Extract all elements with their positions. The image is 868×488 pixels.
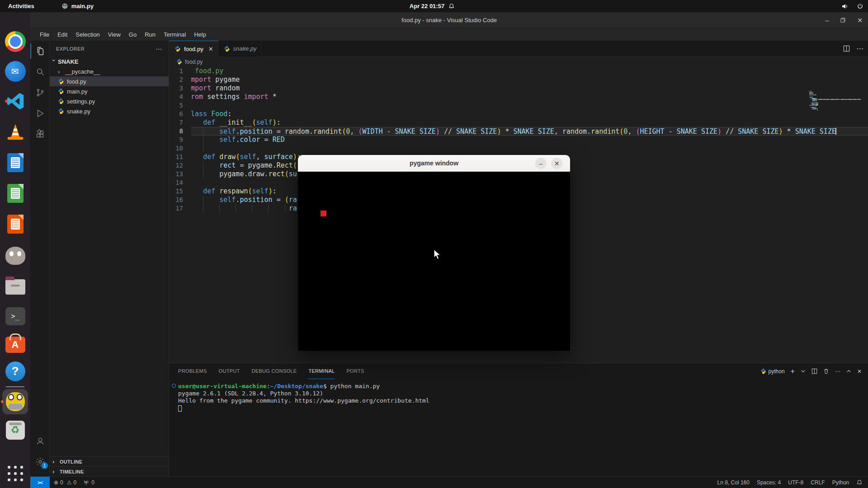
- timeline-section[interactable]: › TIMELINE: [50, 466, 169, 476]
- outline-section[interactable]: › OUTLINE: [50, 456, 169, 466]
- tab-snake.py[interactable]: snake.py: [218, 41, 262, 56]
- dock-help[interactable]: ?: [4, 360, 26, 382]
- close-panel-icon[interactable]: ✕: [857, 368, 862, 375]
- panel-tab-terminal[interactable]: TERMINAL: [308, 363, 335, 379]
- panel-tab-output[interactable]: OUTPUT: [219, 363, 240, 379]
- dock-libreoffice-calc[interactable]: [4, 182, 26, 204]
- dock-show-applications[interactable]: [4, 462, 26, 484]
- minimap[interactable]: [809, 91, 862, 190]
- panel-tab-debug-console[interactable]: DEBUG CONSOLE: [252, 363, 297, 379]
- editor-more-actions-icon[interactable]: ⋯: [856, 44, 863, 53]
- eol-sequence[interactable]: CRLF: [811, 479, 825, 486]
- code-line-3[interactable]: 3import random: [169, 84, 868, 93]
- terminal[interactable]: user@user-virtual-machine:~/Desktop/snak…: [169, 379, 868, 476]
- dock-chrome[interactable]: [4, 30, 26, 52]
- code-line-1[interactable]: 1# food.py: [169, 67, 868, 75]
- terminal-line-4: [178, 404, 868, 412]
- dock-files[interactable]: [4, 274, 26, 296]
- close-button[interactable]: ✕: [857, 17, 863, 23]
- ports-status[interactable]: 0: [83, 479, 94, 486]
- restore-button[interactable]: [840, 18, 845, 23]
- menu-view[interactable]: View: [104, 30, 125, 39]
- notifications-bell-icon[interactable]: [856, 479, 863, 486]
- code-line-6[interactable]: 6class Food:: [169, 110, 868, 118]
- code-line-4[interactable]: 4from settings import *: [169, 93, 868, 101]
- dock-trash[interactable]: ♻: [4, 419, 26, 441]
- source-control-icon[interactable]: [30, 82, 50, 103]
- menu-go[interactable]: Go: [125, 30, 141, 39]
- file-tree-item-__pycache__[interactable]: ›__pycache__: [50, 66, 169, 76]
- extensions-icon[interactable]: [30, 124, 50, 145]
- menu-run[interactable]: Run: [141, 30, 160, 39]
- terminal-dropdown-icon[interactable]: [801, 369, 806, 374]
- line-number: 4: [169, 93, 183, 101]
- code-line-8[interactable]: 8 self.position = random.randint(0, (WID…: [169, 127, 868, 136]
- split-editor-icon[interactable]: [843, 45, 850, 52]
- split-terminal-icon[interactable]: [811, 368, 817, 374]
- explorer-more-actions[interactable]: ⋯: [156, 45, 162, 52]
- file-tree-item-snake.py[interactable]: snake.py: [50, 106, 169, 116]
- minimap-line: [858, 99, 861, 100]
- search-icon[interactable]: [30, 61, 50, 82]
- dock-ubuntu-software[interactable]: A: [4, 332, 26, 354]
- explorer-header: EXPLORER: [56, 46, 85, 52]
- dock-pygame-running[interactable]: [2, 389, 28, 414]
- settings-gear-icon[interactable]: 1: [30, 453, 50, 471]
- code-line-9[interactable]: 9 self.color = RED: [169, 136, 868, 144]
- indentation[interactable]: Spaces: 4: [757, 479, 781, 486]
- new-terminal-icon[interactable]: +: [791, 367, 795, 375]
- dock-libreoffice-impress[interactable]: [4, 213, 26, 235]
- pygame-minimize-button[interactable]: –: [535, 158, 547, 169]
- remote-indicator[interactable]: ><: [30, 477, 50, 488]
- file-tree-item-food.py[interactable]: food.py: [50, 76, 169, 86]
- menu-terminal[interactable]: Terminal: [160, 30, 190, 39]
- dock-vscode[interactable]: [4, 90, 26, 112]
- dock-libreoffice-writer[interactable]: [4, 151, 26, 174]
- close-tab-icon[interactable]: ✕: [208, 46, 213, 52]
- dock-terminal[interactable]: >_: [4, 305, 26, 327]
- breadcrumb[interactable]: food.py: [169, 56, 868, 67]
- panel-tab-ports[interactable]: PORTS: [346, 363, 364, 379]
- kill-terminal-icon[interactable]: [823, 368, 829, 374]
- menu-help[interactable]: Help: [190, 30, 210, 39]
- explorer-sidebar: EXPLORER ⋯ › SNAKE ›__pycache__food.pyma…: [50, 41, 169, 476]
- menu-selection[interactable]: Selection: [71, 30, 104, 39]
- problems-status[interactable]: ⊗0 ⚠0: [54, 479, 76, 486]
- code-line-2[interactable]: 2import pygame: [169, 75, 868, 84]
- pygame-close-button[interactable]: ✕: [551, 158, 562, 169]
- minimap-line: [811, 103, 811, 103]
- panel-more-actions-icon[interactable]: ⋯: [835, 368, 840, 375]
- system-tray[interactable]: [841, 3, 863, 10]
- language-mode[interactable]: Python: [832, 479, 849, 486]
- menu-edit[interactable]: Edit: [53, 30, 71, 39]
- files-icon: [5, 279, 25, 295]
- maximize-panel-icon[interactable]: [846, 369, 851, 374]
- encoding[interactable]: UTF-8: [788, 479, 803, 486]
- editor-tab-bar: food.py✕snake.py: [169, 41, 868, 56]
- command-decoration-icon[interactable]: [172, 384, 176, 388]
- code-line-7[interactable]: 7 def __init__(self):: [169, 118, 868, 127]
- dock-vlc[interactable]: [4, 121, 26, 143]
- activities-button[interactable]: Activities: [0, 0, 42, 12]
- code-line-10[interactable]: 10: [169, 144, 868, 153]
- tab-food.py[interactable]: food.py✕: [169, 41, 218, 56]
- file-tree-item-main.py[interactable]: main.py: [50, 86, 169, 96]
- run-debug-icon[interactable]: [30, 103, 50, 124]
- accounts-icon[interactable]: [30, 432, 50, 450]
- project-root[interactable]: › SNAKE: [50, 56, 169, 66]
- minimize-button[interactable]: –: [825, 17, 829, 23]
- cursor-position[interactable]: Ln 8, Col 160: [717, 479, 750, 486]
- clock-menu[interactable]: Apr 22 01:57: [410, 3, 455, 9]
- indent-guide: [203, 127, 203, 135]
- line-number: 8: [169, 127, 183, 136]
- file-tree-item-settings.py[interactable]: settings.py: [50, 96, 169, 106]
- dock-gimp[interactable]: [4, 244, 26, 267]
- dock-thunderbird[interactable]: ✉: [4, 60, 26, 82]
- panel-tab-problems[interactable]: PROBLEMS: [178, 363, 207, 379]
- menu-file[interactable]: File: [36, 30, 53, 39]
- focused-app-menu[interactable]: main.py: [61, 3, 94, 9]
- explorer-icon[interactable]: [30, 41, 50, 61]
- tab-label: food.py: [184, 46, 203, 52]
- code-line-5[interactable]: 5: [169, 101, 868, 110]
- terminal-shell-label[interactable]: python: [760, 368, 785, 375]
